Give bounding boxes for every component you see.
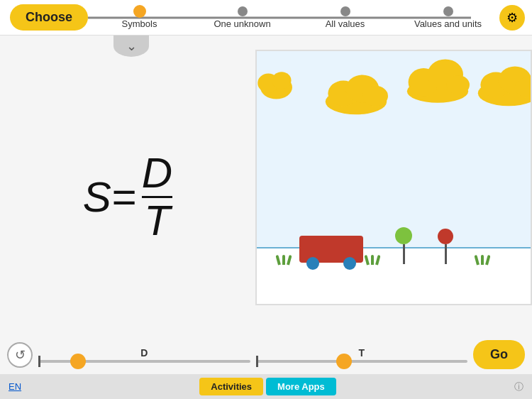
main-content: S= D T xyxy=(0,35,532,359)
grass-1 xyxy=(278,255,289,265)
slider-d-thumb[interactable] xyxy=(70,354,86,369)
grass-blade xyxy=(371,255,374,265)
cloud-3 xyxy=(406,58,470,107)
tree-green xyxy=(395,227,412,264)
tab-all-values[interactable]: All values xyxy=(294,6,397,29)
choose-button[interactable]: Choose xyxy=(10,4,88,31)
tab-values-units[interactable]: Values and units xyxy=(397,6,499,29)
train-body xyxy=(299,236,363,263)
slider-d-container: D xyxy=(38,347,250,363)
nav-tabs: Symbols One unknown All values Values an… xyxy=(88,0,499,35)
tree-top-red xyxy=(438,229,453,244)
formula-numerator: D xyxy=(142,152,172,198)
grass-blade xyxy=(364,255,369,266)
slider-d-start-mark xyxy=(38,356,40,367)
grass-blade xyxy=(287,255,292,266)
language-link[interactable]: EN xyxy=(9,381,21,392)
grass-blade xyxy=(275,255,280,266)
tab-dot-symbols xyxy=(133,5,146,18)
footer-center-buttons: Activities More Apps xyxy=(199,378,336,395)
slider-t-label: T xyxy=(358,347,365,359)
tab-dot-values-units xyxy=(443,6,453,16)
grass-2 xyxy=(367,255,378,265)
grass-blade xyxy=(481,255,484,265)
top-nav-bar: Choose Symbols One unknown All values Va… xyxy=(0,0,532,35)
slider-d-track[interactable] xyxy=(38,360,250,363)
scene-sky xyxy=(257,51,531,250)
wheel-right xyxy=(343,257,356,270)
footer: EN Activities More Apps ⓘ xyxy=(0,374,532,399)
scene-panel xyxy=(255,50,532,305)
grass-3 xyxy=(477,255,488,265)
go-button[interactable]: Go xyxy=(473,340,525,369)
scene-ground xyxy=(257,247,531,304)
formula-denominator: T xyxy=(144,198,170,242)
formula-lhs: S= xyxy=(83,173,136,222)
slider-d-label: D xyxy=(140,347,148,359)
formula-display: S= D T xyxy=(83,152,172,242)
cloud-2 xyxy=(324,72,388,118)
slider-t-thumb[interactable] xyxy=(336,354,352,369)
reset-button[interactable]: ↺ xyxy=(7,342,33,368)
cloud-4 xyxy=(477,64,532,109)
tree-red xyxy=(438,229,453,264)
settings-button[interactable]: ⚙ xyxy=(499,5,525,31)
wheel-left xyxy=(306,257,319,270)
more-apps-button[interactable]: More Apps xyxy=(266,378,336,395)
grass-blade xyxy=(485,255,490,266)
tab-symbols[interactable]: Symbols xyxy=(88,6,191,29)
tree-top-green xyxy=(395,227,412,244)
chevron-button[interactable]: ⌄ xyxy=(113,35,149,57)
tab-one-unknown[interactable]: One unknown xyxy=(191,6,294,29)
chevron-area: ⌄ xyxy=(113,35,149,57)
tree-trunk-1 xyxy=(403,244,405,264)
cloud-1 xyxy=(255,65,292,104)
formula-fraction: D T xyxy=(142,152,172,242)
svg-point-2 xyxy=(272,72,292,89)
slider-t-track[interactable] xyxy=(256,360,468,363)
grass-blade xyxy=(375,255,380,266)
tree-trunk-2 xyxy=(445,244,447,264)
activities-button[interactable]: Activities xyxy=(199,378,263,395)
slider-t-start-mark xyxy=(256,356,258,367)
slider-t-container: T xyxy=(256,347,468,363)
tab-dot-one-unknown xyxy=(238,6,248,16)
svg-point-10 xyxy=(447,75,470,94)
tab-dot-all-values xyxy=(340,6,350,16)
info-icon[interactable]: ⓘ xyxy=(514,381,523,393)
svg-point-6 xyxy=(362,86,388,106)
grass-blade xyxy=(474,255,479,266)
grass-blade xyxy=(282,255,285,265)
scene-train xyxy=(299,236,363,263)
bottom-controls: ↺ D T Go xyxy=(0,335,532,374)
formula-panel: S= D T xyxy=(0,35,255,359)
